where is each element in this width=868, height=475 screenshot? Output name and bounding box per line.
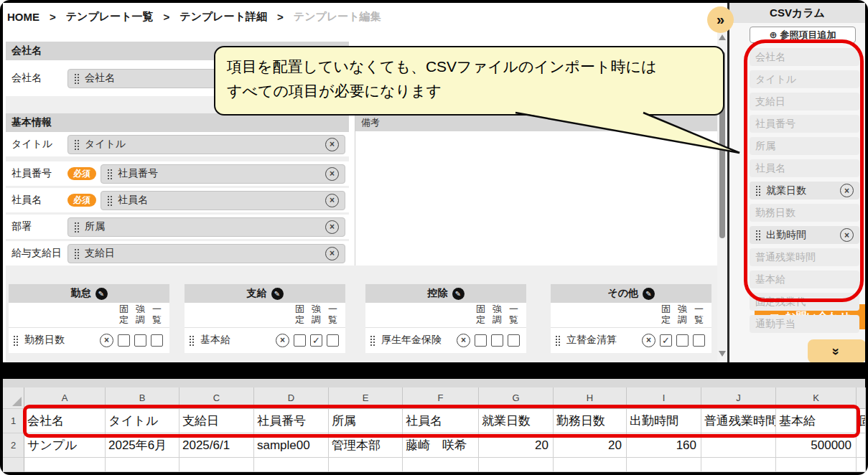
column-header-K[interactable]: K bbox=[776, 387, 857, 409]
remove-icon[interactable]: × bbox=[325, 167, 339, 181]
drag-handle-icon[interactable] bbox=[107, 169, 113, 179]
drag-handle-icon[interactable] bbox=[555, 335, 561, 346]
row-number[interactable]: 1 bbox=[3, 409, 24, 433]
cell-L[interactable] bbox=[857, 458, 866, 472]
cell-H2[interactable]: 20 bbox=[554, 433, 627, 458]
drag-handle-icon[interactable] bbox=[74, 139, 80, 150]
cell-J1[interactable]: 普通残業時間 bbox=[701, 409, 776, 433]
add-reference-item-button[interactable]: ⊕ 参照項目追加 bbox=[750, 27, 856, 43]
cell-F1[interactable]: 社員名 bbox=[403, 409, 479, 433]
csv-column-item[interactable]: 出勤時間× bbox=[750, 226, 859, 244]
remove-icon[interactable]: × bbox=[457, 334, 470, 347]
cell-A1[interactable]: 会社名 bbox=[24, 409, 106, 433]
remove-icon[interactable]: × bbox=[840, 228, 854, 242]
row-number[interactable] bbox=[3, 458, 24, 472]
column-header-J[interactable]: J bbox=[701, 387, 776, 409]
checkbox[interactable] bbox=[327, 334, 339, 347]
drag-handle-icon[interactable] bbox=[755, 230, 761, 240]
cell-B[interactable] bbox=[106, 458, 179, 472]
field-chip-支給日[interactable]: 支給日× bbox=[67, 244, 345, 263]
cell-C1[interactable]: 支給日 bbox=[179, 409, 254, 433]
cell-E2[interactable]: 管理本部 bbox=[329, 433, 403, 458]
column-header-H[interactable]: H bbox=[554, 387, 627, 409]
remove-icon[interactable]: × bbox=[325, 194, 339, 207]
cell-L2[interactable] bbox=[857, 433, 866, 458]
drag-handle-icon[interactable] bbox=[74, 248, 80, 259]
breadcrumb-item[interactable]: テンプレート一覧 bbox=[66, 10, 154, 24]
edit-icon[interactable]: ✎ bbox=[643, 288, 655, 300]
column-header-E[interactable]: E bbox=[329, 387, 403, 409]
checkbox[interactable] bbox=[134, 334, 146, 347]
drag-handle-icon[interactable] bbox=[755, 185, 761, 196]
cell-A2[interactable]: サンプル bbox=[24, 433, 106, 458]
cell-K1[interactable]: 基本給 bbox=[776, 409, 857, 433]
cell-F[interactable] bbox=[403, 458, 479, 472]
cell-H[interactable] bbox=[554, 458, 627, 472]
csv-column-item[interactable]: 勤務日数 bbox=[750, 204, 859, 222]
cell-D1[interactable]: 社員番号 bbox=[254, 409, 329, 433]
cell-I[interactable] bbox=[627, 458, 701, 472]
checkbox[interactable] bbox=[676, 334, 689, 347]
checkbox[interactable] bbox=[151, 334, 163, 347]
remove-icon[interactable]: × bbox=[276, 334, 289, 347]
collapse-down-button[interactable]: » bbox=[808, 339, 865, 362]
cell-B2[interactable]: 2025年6月 bbox=[106, 433, 179, 458]
csv-column-item[interactable]: 普通残業時間 bbox=[750, 248, 859, 266]
column-header-A[interactable]: A bbox=[24, 387, 106, 409]
csv-column-item[interactable]: タイトル bbox=[750, 70, 859, 88]
checkbox[interactable] bbox=[491, 334, 503, 347]
checkbox[interactable] bbox=[118, 334, 130, 347]
column-header-G[interactable]: G bbox=[479, 387, 554, 409]
cell-H1[interactable]: 勤務日数 bbox=[554, 409, 627, 433]
column-header-I[interactable]: I bbox=[627, 387, 701, 409]
csv-column-item[interactable]: 所属 bbox=[750, 137, 859, 155]
remove-icon[interactable]: × bbox=[840, 184, 854, 197]
category-item-row[interactable]: 勤務日数× bbox=[9, 328, 169, 352]
checkbox-checked[interactable]: ✓ bbox=[310, 334, 322, 347]
remove-icon[interactable]: × bbox=[325, 220, 339, 234]
drag-handle-icon[interactable] bbox=[107, 195, 113, 206]
cell-G1[interactable]: 就業日数 bbox=[479, 409, 554, 433]
cell-K2[interactable]: 500000 bbox=[776, 433, 857, 458]
csv-column-item[interactable]: 基本給 bbox=[750, 271, 859, 288]
cell-D2[interactable]: sample00 bbox=[254, 433, 329, 458]
cell-D[interactable] bbox=[254, 458, 329, 472]
scroll-down-arrow-icon[interactable] bbox=[719, 351, 726, 357]
cell-G[interactable] bbox=[479, 458, 554, 472]
column-header-D[interactable]: D bbox=[254, 387, 329, 409]
checkbox-checked[interactable]: ✓ bbox=[660, 334, 672, 347]
edit-icon[interactable]: ✎ bbox=[271, 288, 284, 300]
cell-F2[interactable]: 藤崎 咲希 bbox=[403, 433, 479, 458]
row-number[interactable]: 2 bbox=[3, 433, 24, 458]
category-item-row[interactable]: 基本給×✓ bbox=[185, 328, 345, 352]
cell-A[interactable] bbox=[24, 458, 106, 472]
column-header-partial[interactable] bbox=[857, 387, 866, 409]
cell-E[interactable] bbox=[329, 458, 403, 472]
breadcrumb-item[interactable]: テンプレート詳細 bbox=[179, 10, 267, 24]
edit-icon[interactable]: ✎ bbox=[452, 288, 465, 300]
checkbox[interactable] bbox=[475, 334, 487, 347]
csv-column-item[interactable]: 社員名 bbox=[750, 159, 859, 177]
cell-I1[interactable]: 出勤時間 bbox=[627, 409, 701, 433]
drag-handle-icon[interactable] bbox=[74, 73, 80, 84]
category-item-row[interactable]: 立替金清算×✓ bbox=[551, 328, 711, 352]
remove-icon[interactable]: × bbox=[325, 247, 339, 260]
cell-J[interactable] bbox=[701, 458, 776, 472]
column-header-C[interactable]: C bbox=[179, 387, 254, 409]
field-chip-社員番号[interactable]: 社員番号× bbox=[101, 164, 345, 184]
edit-icon[interactable]: ✎ bbox=[95, 288, 108, 300]
csv-column-item[interactable]: 就業日数× bbox=[750, 182, 859, 199]
scroll-up-arrow-icon[interactable] bbox=[719, 34, 726, 40]
checkbox[interactable] bbox=[693, 334, 705, 347]
csv-column-item[interactable]: 支給日 bbox=[750, 93, 859, 110]
field-chip-社員名[interactable]: 社員名× bbox=[101, 191, 345, 210]
column-header-B[interactable]: B bbox=[106, 387, 179, 409]
drag-handle-icon[interactable] bbox=[189, 335, 195, 346]
field-chip-所属[interactable]: 所属× bbox=[67, 217, 345, 237]
cell-I2[interactable]: 160 bbox=[627, 433, 701, 458]
cell-B1[interactable]: タイトル bbox=[106, 409, 179, 433]
cell-C2[interactable]: 2025/6/1 bbox=[179, 433, 254, 458]
remove-icon[interactable]: × bbox=[100, 334, 113, 347]
expand-panel-button[interactable]: » bbox=[707, 6, 734, 33]
drag-handle-icon[interactable] bbox=[74, 222, 80, 232]
